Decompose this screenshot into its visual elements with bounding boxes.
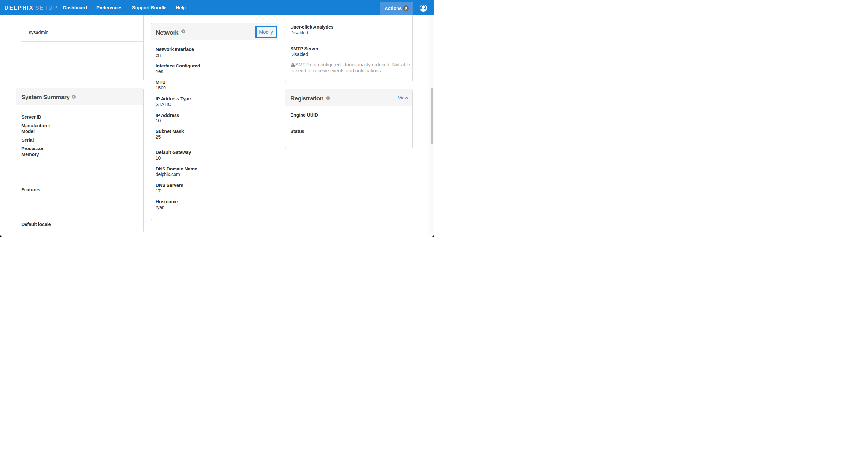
svg-text:i: i bbox=[73, 95, 74, 99]
svg-text:i: i bbox=[183, 29, 184, 33]
svg-text:i: i bbox=[328, 97, 328, 100]
